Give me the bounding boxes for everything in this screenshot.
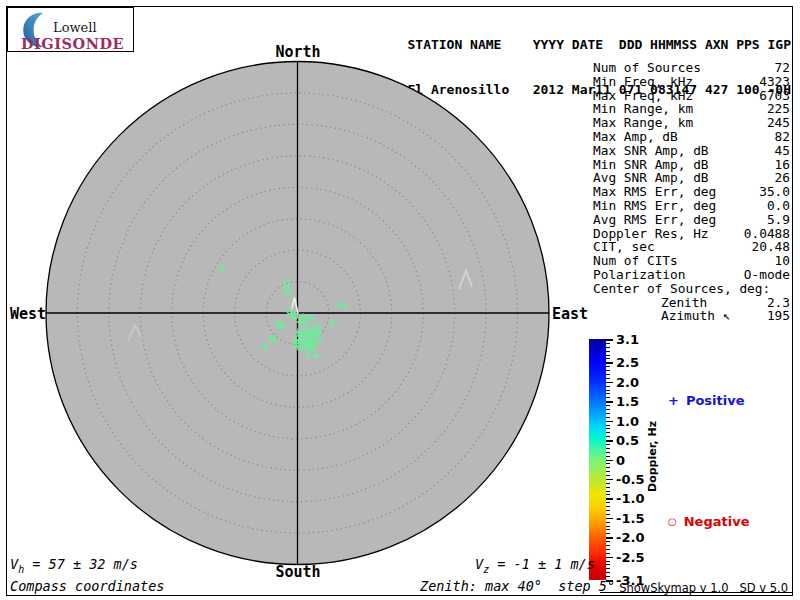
legend-positive-label: Positive <box>686 393 745 408</box>
colorbar-tick <box>606 425 610 426</box>
colorbar-tick-label: 3.1 <box>616 332 639 347</box>
colorbar-tick <box>606 526 610 527</box>
colorbar-tick-label: 1.0 <box>616 414 639 429</box>
colorbar-tick <box>606 460 613 462</box>
vz-number: = -1 ± 1 m/s <box>489 556 595 572</box>
vertical-velocity-value: Vz = -1 ± 1 m/s <box>475 556 595 575</box>
coordinates-note: Compass coordinates <box>10 578 164 594</box>
colorbar-tick-label: 2.0 <box>616 375 639 390</box>
colorbar-tick <box>606 498 613 500</box>
colorbar-tick <box>606 506 610 507</box>
colorbar-tick <box>606 561 610 562</box>
compass-label-south: South <box>272 563 324 581</box>
colorbar-tick <box>606 514 610 515</box>
colorbar-tick <box>606 456 610 457</box>
colorbar-tick <box>606 494 610 495</box>
plus-symbol: + <box>668 393 679 408</box>
colorbar-tick <box>606 390 610 391</box>
colorbar-tick-label: 1.5 <box>616 394 639 409</box>
colorbar-tick <box>606 405 610 406</box>
colorbar-tick <box>606 483 610 484</box>
colorbar-tick <box>606 374 610 375</box>
vh-number: = 57 ± 32 m/s <box>24 556 138 572</box>
zenith-range-note: Zenith: max 40° step 5° <box>420 578 615 594</box>
colorbar-tick <box>606 343 610 344</box>
colorbar-tick-label: -0.5 <box>616 472 644 487</box>
colorbar-tick-label: -1.5 <box>616 511 644 526</box>
colorbar-tick <box>606 378 610 379</box>
colorbar-tick <box>606 417 610 418</box>
colorbar-tick <box>606 370 610 371</box>
legend-negative: ○Negative <box>668 514 749 529</box>
colorbar-tick <box>606 355 610 356</box>
circle-symbol: ○ <box>668 516 677 527</box>
version-underline <box>600 592 792 593</box>
colorbar-tick <box>606 475 610 476</box>
doppler-colorbar <box>589 339 606 580</box>
colorbar-tick <box>606 467 610 468</box>
colorbar-tick <box>606 386 610 387</box>
colorbar-tick <box>606 436 610 437</box>
compass-label-east: East <box>552 305 588 323</box>
colorbar-tick <box>606 502 610 503</box>
colorbar-tick <box>606 339 613 341</box>
colorbar-tick <box>606 413 610 414</box>
colorbar-tick <box>606 362 613 364</box>
colorbar-tick <box>606 452 610 453</box>
colorbar-tick <box>606 382 613 384</box>
colorbar-tick <box>606 491 610 492</box>
compass-label-north: North <box>272 43 324 61</box>
legend-positive: +Positive <box>668 393 745 408</box>
legend-negative-label: Negative <box>684 514 750 529</box>
colorbar-tick <box>606 487 610 488</box>
colorbar-tick-label: -2.5 <box>616 550 644 565</box>
colorbar-tick <box>606 351 610 352</box>
colorbar-tick <box>606 510 610 511</box>
colorbar-tick <box>606 479 613 481</box>
compass-label-west: West <box>8 305 46 323</box>
colorbar-tick <box>606 409 610 410</box>
colorbar-tick-label: -1.0 <box>616 491 644 506</box>
colorbar-tick <box>606 545 610 546</box>
colorbar-tick <box>606 358 610 359</box>
colorbar-tick <box>606 397 610 398</box>
colorbar-tick <box>606 440 613 442</box>
colorbar-tick <box>606 471 610 472</box>
colorbar-tick <box>606 557 613 559</box>
colorbar-tick <box>606 564 610 565</box>
doppler-axis-title: Doppler, Hz <box>646 421 659 492</box>
horizontal-velocity-value: Vh = 57 ± 32 m/s <box>10 556 138 575</box>
colorbar-tick <box>606 537 613 539</box>
colorbar-tick-label: 0 <box>616 453 625 468</box>
colorbar-tick <box>606 518 613 520</box>
colorbar-tick <box>606 448 610 449</box>
colorbar-tick <box>606 553 610 554</box>
colorbar-tick-label: -2.0 <box>616 530 644 545</box>
colorbar-tick <box>606 428 610 429</box>
showskymap-window: Lowell DIGISONDE STATION NAME YYYY DATE … <box>0 0 800 600</box>
colorbar-tick <box>606 393 610 394</box>
vz-symbol: V <box>475 556 483 572</box>
colorbar-tick <box>606 366 610 367</box>
colorbar-tick <box>606 529 610 530</box>
colorbar-tick <box>606 432 610 433</box>
colorbar-tick <box>606 541 610 542</box>
colorbar-tick <box>606 444 610 445</box>
colorbar-tick <box>606 533 610 534</box>
vh-symbol: V <box>10 556 18 572</box>
colorbar-tick <box>606 576 610 577</box>
colorbar-tick <box>606 421 613 423</box>
colorbar-tick <box>606 463 610 464</box>
colorbar-tick <box>606 549 610 550</box>
colorbar-tick <box>606 347 610 348</box>
colorbar-tick-label: 2.5 <box>616 355 639 370</box>
skymap-plot <box>0 0 800 600</box>
colorbar-tick <box>606 522 610 523</box>
colorbar-tick <box>606 572 610 573</box>
colorbar-tick <box>606 401 613 403</box>
colorbar-tick <box>606 568 610 569</box>
colorbar-tick-label: 0.5 <box>616 433 639 448</box>
